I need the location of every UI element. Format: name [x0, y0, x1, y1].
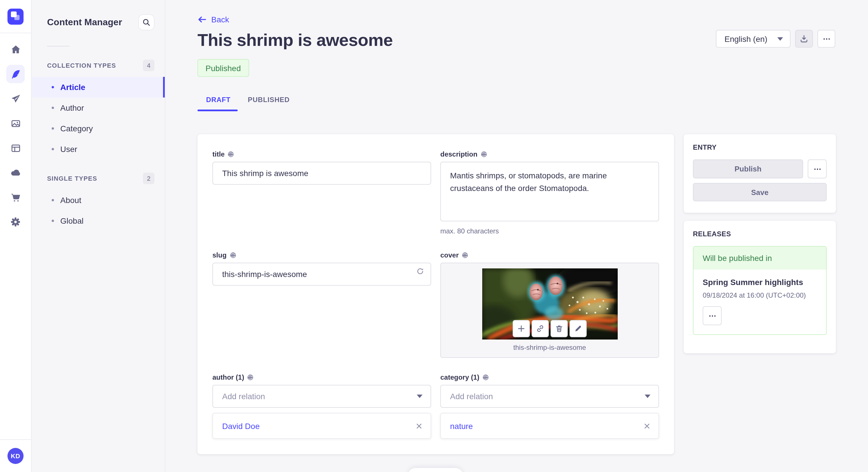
app-window: KD Content Manager COLLECTION TYPES 4 Ar… — [0, 0, 868, 472]
back-link[interactable]: Back — [197, 15, 229, 24]
release-date: 09/18/2024 at 16:00 (UTC+02:00) — [703, 291, 817, 299]
collection-types-count: 4 — [143, 60, 154, 71]
releases-panel-title: RELEASES — [693, 230, 827, 238]
ellipsis-icon — [823, 35, 830, 43]
active-indicator — [163, 77, 165, 98]
section-label-single-types: SINGLE TYPES — [47, 175, 97, 182]
sidebar-item-article[interactable]: Article — [32, 77, 165, 98]
globe-icon — [480, 151, 487, 158]
add-media-button[interactable] — [513, 320, 530, 337]
remove-relation-icon[interactable] — [415, 423, 423, 429]
bullet-icon — [52, 199, 54, 201]
relation-link[interactable]: David Doe — [222, 421, 260, 430]
release-status: Will be published in — [693, 247, 826, 270]
releases-panel: RELEASES Will be published in Spring Sum… — [684, 221, 836, 353]
field-slug: slug — [212, 251, 431, 358]
release-more-button[interactable] — [703, 306, 722, 325]
title-input[interactable] — [212, 162, 431, 185]
author-relation-select[interactable]: Add relation — [212, 385, 431, 408]
search-button[interactable] — [138, 14, 154, 30]
bullet-icon — [52, 148, 54, 150]
category-relation-select[interactable]: Add relation — [440, 385, 659, 408]
refresh-icon — [416, 267, 424, 275]
description-hint: max. 80 characters — [440, 227, 659, 235]
field-author: author (1) Add relation David Doe — [212, 373, 431, 439]
marketplace-cart-icon[interactable] — [6, 188, 25, 206]
bottom-panel-handle[interactable] — [408, 468, 463, 472]
status-badge: Published — [197, 59, 249, 77]
ellipsis-icon — [813, 165, 821, 173]
version-tabs: DRAFT PUBLISHED — [197, 91, 298, 108]
sidebar-item-global[interactable]: Global — [32, 210, 165, 231]
ellipsis-icon — [708, 312, 716, 320]
sidebar-item-user[interactable]: User — [32, 139, 165, 160]
subnav-title: Content Manager — [47, 17, 122, 28]
cloud-icon[interactable] — [6, 164, 25, 182]
rail-divider — [0, 439, 31, 440]
tab-active-underline — [197, 109, 238, 111]
content-manager-sidebar: Content Manager COLLECTION TYPES 4 Artic… — [32, 0, 165, 472]
entry-panel: ENTRY Publish Save — [684, 134, 836, 213]
globe-icon — [228, 151, 235, 158]
sidebar-item-category[interactable]: Category — [32, 118, 165, 139]
publish-button[interactable]: Publish — [693, 160, 803, 178]
remove-relation-icon[interactable] — [644, 423, 650, 429]
section-label-collection-types: COLLECTION TYPES — [47, 62, 116, 69]
tab-draft[interactable]: DRAFT — [197, 91, 239, 108]
download-icon — [800, 34, 808, 43]
field-cover: cover — [440, 251, 659, 358]
strapi-logo[interactable] — [7, 9, 24, 25]
category-relation-item: nature — [440, 413, 659, 439]
bullet-icon — [52, 127, 54, 130]
field-title: title — [212, 150, 431, 235]
export-button[interactable] — [795, 30, 813, 47]
pencil-icon — [574, 325, 582, 333]
plus-icon — [517, 325, 525, 333]
field-description: description Mantis shrimps, or stomatopo… — [440, 150, 659, 235]
page-title: This shrimp is awesome — [197, 30, 393, 50]
copy-link-button[interactable] — [532, 320, 549, 337]
entry-panel-title: ENTRY — [693, 143, 827, 151]
media-library-icon[interactable] — [6, 114, 25, 133]
more-options-button[interactable] — [817, 30, 835, 47]
chevron-down-icon — [417, 395, 423, 398]
link-icon — [536, 325, 544, 333]
cover-media-box: this-shrimp-is-awesome — [440, 263, 659, 358]
home-icon[interactable] — [6, 40, 25, 59]
globe-icon — [229, 252, 236, 259]
content-type-builder-icon[interactable] — [6, 139, 25, 157]
cover-caption: this-shrimp-is-awesome — [441, 343, 658, 351]
relation-link[interactable]: nature — [450, 421, 473, 430]
user-avatar[interactable]: KD — [7, 448, 24, 464]
edit-media-button[interactable] — [569, 320, 587, 337]
sidebar-item-author[interactable]: Author — [32, 98, 165, 118]
bullet-icon — [52, 220, 54, 222]
bullet-icon — [52, 107, 54, 109]
entry-more-button[interactable] — [808, 160, 827, 178]
author-relation-item: David Doe — [212, 413, 431, 439]
description-textarea[interactable]: Mantis shrimps, or stomatopods, are mari… — [440, 162, 659, 222]
globe-icon — [247, 374, 254, 381]
releases-icon[interactable] — [6, 90, 25, 108]
bullet-icon — [52, 86, 54, 88]
tab-published[interactable]: PUBLISHED — [239, 91, 298, 108]
single-types-count: 2 — [143, 173, 154, 184]
locale-select[interactable]: English (en) — [716, 30, 790, 47]
settings-gear-icon[interactable] — [6, 213, 25, 231]
save-button[interactable]: Save — [693, 183, 827, 201]
arrow-left-icon — [197, 15, 207, 24]
edit-form-card: title description Mantis shrimps, or sto… — [197, 134, 674, 454]
search-icon — [143, 19, 150, 26]
regenerate-slug-button[interactable] — [416, 267, 424, 275]
globe-icon — [462, 252, 468, 259]
subnav-divider — [47, 46, 69, 46]
trash-icon — [555, 325, 563, 333]
sidebar-item-about[interactable]: About — [32, 190, 165, 210]
field-category: category (1) Add relation nature — [440, 373, 659, 439]
slug-input[interactable] — [212, 263, 431, 285]
chevron-down-icon — [645, 395, 650, 398]
delete-media-button[interactable] — [551, 320, 568, 337]
content-manager-icon[interactable] — [6, 65, 25, 83]
nav-rail: KD — [0, 0, 32, 472]
main-content: Back This shrimp is awesome Published En… — [165, 0, 868, 472]
